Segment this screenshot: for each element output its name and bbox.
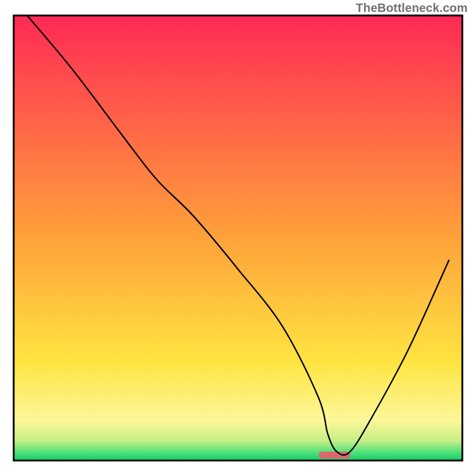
bottleneck-chart: TheBottleneck.com xyxy=(0,0,476,476)
watermark-label: TheBottleneck.com xyxy=(356,1,468,15)
plot-background xyxy=(14,15,462,461)
chart-canvas xyxy=(0,0,476,476)
